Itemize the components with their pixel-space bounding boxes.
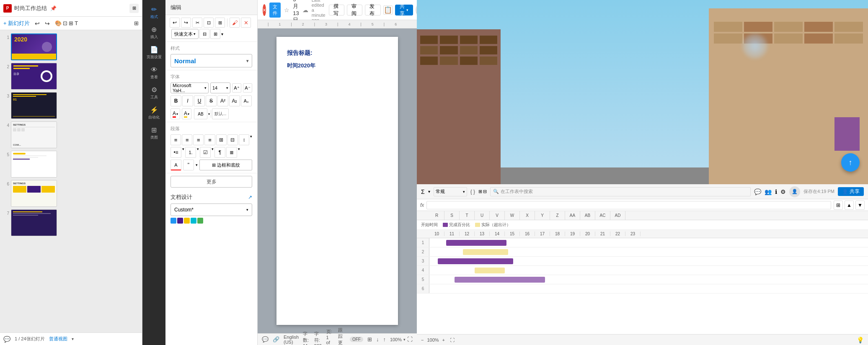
col-s[interactable]: S <box>444 211 460 220</box>
ppt-undo[interactable]: ↩ <box>35 20 40 27</box>
document-area[interactable]: 报告标题: 时间2020年 <box>258 28 417 333</box>
slide-thumbnail[interactable] <box>11 151 57 178</box>
slide-item[interactable]: 7 <box>3 209 139 236</box>
up-icon[interactable]: ↑ <box>383 336 386 342</box>
close-btn[interactable]: × <box>263 4 266 16</box>
font-size-up-btn[interactable]: A⁺ <box>232 83 241 93</box>
col-y[interactable]: Y <box>535 211 550 220</box>
comment-icon[interactable]: 💬 <box>3 336 10 342</box>
ppt-copy[interactable]: ⊡ <box>63 20 67 26</box>
font-size-other-btn[interactable]: Aₓ <box>241 95 252 106</box>
language-text[interactable]: English (US) <box>284 335 299 345</box>
text-effect-btn[interactable]: AB <box>194 108 207 119</box>
strikethrough-btn[interactable]: S <box>206 95 217 106</box>
quote-btn[interactable]: " <box>183 160 194 170</box>
superscript-btn[interactable]: A² <box>217 95 228 106</box>
align-justify-btn[interactable]: ≡ <box>204 134 215 145</box>
sidebar-page-setup-btn[interactable]: 📄 页面设置 <box>145 44 163 62</box>
more-btn[interactable]: 更多 <box>170 176 252 188</box>
quick-text-dropdown[interactable]: 快速文本 ▾ <box>171 29 199 39</box>
ss-zoom-in[interactable]: + <box>442 337 445 342</box>
slide-item[interactable]: 5 <box>3 151 139 178</box>
fab-button[interactable]: ↑ <box>841 153 860 172</box>
col-ac[interactable]: AC <box>595 211 610 220</box>
list-arrow[interactable]: ▾ <box>238 147 240 158</box>
publish-btn[interactable]: 发布 <box>365 5 380 15</box>
fullscreen-icon[interactable]: ⛶ <box>407 336 413 342</box>
slide-item[interactable]: 1 2020 <box>3 33 139 60</box>
subscript-btn[interactable]: A₂ <box>229 95 240 106</box>
ppt-font[interactable]: T <box>75 20 78 26</box>
custom-dropdown[interactable]: Custom* ▾ <box>170 203 252 216</box>
sidebar-auto-btn[interactable]: ⚡ 自动化 <box>145 104 163 122</box>
border-shading-btn[interactable]: ⊞ 边框和底纹 <box>199 160 252 170</box>
spacing-arrow[interactable]: ▾ <box>250 134 252 145</box>
track-off-toggle[interactable]: OFF <box>350 337 363 342</box>
font-size-dropdown[interactable]: 14 ▾ <box>210 82 230 93</box>
file-menu-btn[interactable]: 文件 <box>269 3 281 18</box>
brush-btn[interactable]: 🖌 <box>230 18 240 28</box>
write-btn[interactable]: 撰写 <box>329 5 344 15</box>
ppt-brush[interactable]: 🎨 <box>55 20 62 26</box>
para-mark-btn[interactable]: ¶ <box>214 147 225 158</box>
view-mode[interactable]: 普通视图 <box>49 336 67 342</box>
copy-btn[interactable]: ⊡ <box>204 18 214 28</box>
col-t[interactable]: T <box>460 211 475 220</box>
ppt-redo[interactable]: ↪ <box>45 20 50 27</box>
sidebar-format-btn[interactable]: ✏ 格式 <box>145 3 163 22</box>
star-icon[interactable]: ☆ <box>284 7 289 13</box>
color-dot-green[interactable] <box>197 218 203 224</box>
col-x[interactable]: X <box>520 211 535 220</box>
scroll-up-btn[interactable]: ▲ <box>845 201 854 210</box>
slide-item[interactable]: 4 SETTINGS COM... <box>3 121 139 148</box>
col-ab[interactable]: AB <box>580 211 595 220</box>
color-dot-purple[interactable] <box>177 218 183 224</box>
format-dropdown[interactable]: 常规 ▾ <box>434 187 467 196</box>
align-center-btn[interactable]: ≡ <box>182 134 192 145</box>
font-family-dropdown[interactable]: Microsoft YaH... ▾ <box>170 82 209 93</box>
col-w[interactable]: W <box>505 211 520 220</box>
expand-btn[interactable]: ⊞ <box>834 201 843 210</box>
merge-icon[interactable]: ⊞ <box>478 189 482 194</box>
align-right-btn[interactable]: ≡ <box>193 134 204 145</box>
gantt-row[interactable]: 3 <box>417 257 868 266</box>
style-dropdown[interactable]: Normal ▾ <box>170 54 252 67</box>
gantt-row[interactable]: 5 <box>417 275 868 284</box>
default-format-btn[interactable]: 默认... <box>212 108 229 119</box>
col-ad[interactable]: AD <box>610 211 625 220</box>
slide-item[interactable]: 2 目录 <box>3 63 139 90</box>
col-v[interactable]: V <box>490 211 505 220</box>
ppt-page-icon[interactable]: ⊞ <box>134 20 139 26</box>
color-dot-cyan[interactable] <box>191 218 196 224</box>
sidebar-view-btn[interactable]: 👁 查看 <box>145 64 163 82</box>
ppt-paste[interactable]: ⊞ <box>69 20 73 26</box>
color-dot-blue[interactable] <box>170 218 176 224</box>
clear-btn[interactable]: ✕ <box>241 18 251 28</box>
grid-icon[interactable]: ⊞ <box>367 336 372 342</box>
indent-less-btn[interactable]: ⊟ <box>227 134 238 145</box>
ss-user-avatar[interactable]: 👤 <box>789 186 800 197</box>
slide-thumbnail[interactable]: SETTINGS COM... <box>11 121 57 148</box>
ss-light-icon[interactable]: 💡 <box>857 337 864 343</box>
external-link-icon[interactable]: ↗ <box>248 194 252 200</box>
gantt-row[interactable]: 1 <box>417 238 868 247</box>
align-left-btn[interactable]: ≡ <box>170 134 181 145</box>
grid-btn[interactable]: ⊞ <box>210 29 220 39</box>
gantt-row[interactable]: 6 <box>417 284 868 294</box>
ppt-doc-icon[interactable]: ⊞ <box>129 4 139 13</box>
ss-share-btn[interactable]: 👤 共享 <box>838 187 864 196</box>
col-aa[interactable]: AA <box>565 211 580 220</box>
link-icon[interactable]: 🔗 <box>273 336 279 342</box>
down-icon[interactable]: ▾ <box>221 32 223 36</box>
bullet-arrow[interactable]: ▾ <box>182 147 184 158</box>
review-btn[interactable]: 审阅 <box>347 5 362 15</box>
bold-btn[interactable]: B <box>170 95 181 106</box>
font-color-btn[interactable]: A ▾ <box>170 108 180 119</box>
ss-formula-arrow[interactable]: ▾ <box>428 189 430 194</box>
italic-btn[interactable]: I <box>182 95 193 106</box>
text-color2-btn[interactable]: A <box>170 160 181 170</box>
sidebar-table-btn[interactable]: ⊞ 类图 <box>145 124 163 142</box>
scroll-down-btn[interactable]: ▼ <box>855 201 865 210</box>
slide-thumbnail[interactable] <box>11 209 57 236</box>
down-arrow[interactable]: ▾ <box>72 337 74 341</box>
